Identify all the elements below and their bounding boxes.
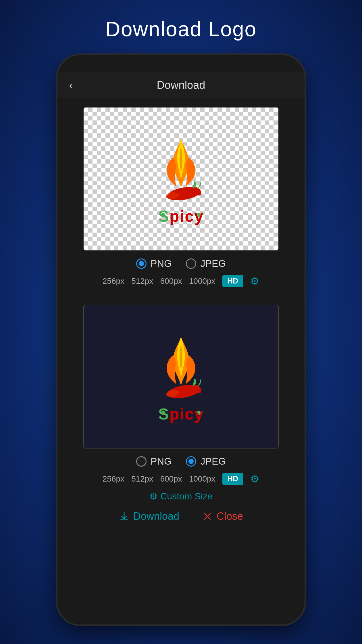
spicy-logo-svg-2: Spicy: [135, 316, 227, 437]
phone-screen: ‹ Download: [57, 55, 305, 624]
size-1000-1[interactable]: 1000px: [189, 277, 215, 286]
download-icon: [119, 511, 129, 522]
size-512-1[interactable]: 512px: [131, 277, 153, 286]
download-label: Download: [133, 510, 179, 522]
page-title: Download Logo: [105, 17, 257, 41]
logo-preview-transparent: Spicy: [83, 107, 279, 251]
screen-content: Spicy PNG JPEG: [57, 98, 305, 624]
header-title: Download: [157, 79, 205, 91]
size-options-2: 256px 512px 600px 1000px HD ⚙: [103, 473, 259, 485]
png-radio-1[interactable]: PNG: [136, 258, 172, 269]
spicy-text-2: Spicy: [158, 405, 204, 423]
download-button[interactable]: Download: [119, 510, 179, 522]
jpeg-label-1: JPEG: [200, 258, 226, 269]
logo-section-2: Spicy PNG JPEG: [69, 305, 293, 485]
divider-1: [69, 296, 293, 296]
jpeg-radio-1[interactable]: JPEG: [186, 258, 226, 269]
chili-group: [164, 180, 204, 203]
status-bar: [57, 55, 305, 72]
hd-badge-1[interactable]: HD: [222, 275, 244, 287]
size-600-1[interactable]: 600px: [160, 277, 182, 286]
flame-group: [167, 139, 195, 188]
hd-badge-2[interactable]: HD: [222, 473, 244, 485]
png-label-2: PNG: [151, 456, 172, 467]
format-selector-2: PNG JPEG: [136, 456, 226, 467]
close-button[interactable]: Close: [202, 510, 243, 522]
logo-section-1: Spicy PNG JPEG: [69, 107, 293, 287]
spicy-text: Spicy: [158, 207, 204, 225]
phone-frame: ‹ Download: [57, 55, 305, 624]
size-1000-2[interactable]: 1000px: [189, 474, 215, 484]
custom-size-row[interactable]: ⚙ Custom Size: [149, 491, 212, 502]
format-selector-1: PNG JPEG: [136, 258, 226, 269]
flame-group-2: [167, 337, 195, 386]
spicy-logo-svg-1: Spicy: [135, 118, 227, 239]
jpeg-radio-circle-1[interactable]: [186, 258, 196, 269]
app-header: ‹ Download: [57, 72, 305, 98]
gear-icon-1[interactable]: ⚙: [250, 275, 259, 287]
jpeg-label-2: JPEG: [200, 456, 226, 467]
jpeg-radio-2[interactable]: JPEG: [186, 456, 226, 467]
size-256-1[interactable]: 256px: [103, 277, 124, 286]
gear-icon-2[interactable]: ⚙: [250, 473, 259, 485]
png-label-1: PNG: [151, 258, 172, 269]
png-radio-2[interactable]: PNG: [136, 456, 172, 467]
size-600-2[interactable]: 600px: [160, 474, 182, 484]
back-button[interactable]: ‹: [69, 79, 73, 92]
jpeg-radio-circle-2[interactable]: [186, 456, 196, 467]
logo-preview-dark: Spicy: [83, 305, 279, 448]
flame-right: [186, 157, 195, 186]
png-radio-circle-1[interactable]: [136, 258, 147, 269]
flame-left: [167, 157, 176, 186]
size-options-1: 256px 512px 600px 1000px HD ⚙: [103, 275, 259, 287]
size-512-2[interactable]: 512px: [131, 474, 153, 484]
png-radio-circle-2[interactable]: [136, 456, 147, 467]
close-icon: [202, 511, 213, 522]
close-label: Close: [217, 510, 243, 522]
chili-group-2: [164, 377, 204, 400]
size-256-2[interactable]: 256px: [103, 474, 124, 484]
action-buttons: Download Close: [119, 510, 243, 522]
